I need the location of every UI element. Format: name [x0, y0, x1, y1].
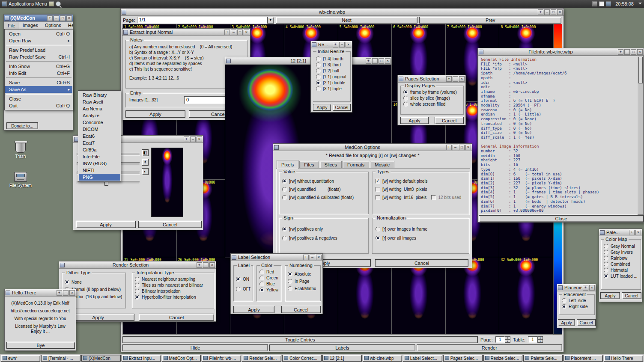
spinner-down-icon[interactable]: ▼ — [505, 340, 510, 343]
maximize-button[interactable] — [631, 49, 636, 55]
tab-slices[interactable]: Slices — [320, 161, 342, 169]
taskbar-item-fileinfo-wb[interactable]: FileInfo: wb-... — [202, 355, 241, 362]
colormap-option-hotmetal[interactable]: Hotmetal — [604, 268, 638, 273]
taskbar-item-x-medcon[interactable]: (X)MedCon — [81, 355, 121, 362]
dither-option-none[interactable]: None — [65, 280, 123, 285]
taskbar-item-medcon-opt[interactable]: MedCon Opt... — [162, 355, 201, 362]
interpolation-option-bilinear-interpolation[interactable]: Bilinear interpolation — [135, 289, 211, 294]
chevron-down-icon[interactable]: ▼ — [267, 17, 274, 24]
menu-item-save[interactable]: SaveCtrl+S — [5, 79, 72, 86]
titlebar[interactable]: Extract Input Normal — [122, 29, 250, 36]
apply-button[interactable]: Apply — [400, 117, 429, 124]
donate-button[interactable]: Donate to... — [6, 122, 38, 129]
value-option-rw-quantified-calibrated-floats[interactable]: [rw] quantified & calibrated (floats) — [282, 195, 365, 200]
apply-button[interactable]: Apply — [600, 292, 620, 299]
taskbar-item-ewn[interactable]: ewn* — [1, 355, 40, 362]
spinner-up-icon[interactable]: ▲ — [505, 336, 510, 340]
numbering-option-in-page[interactable]: In Page — [288, 279, 318, 284]
cancel-button[interactable]: Cancel — [622, 292, 641, 299]
render-button[interactable]: Render — [417, 344, 562, 351]
numbering-option-ecat-matrix[interactable]: Ecat/Matrix — [288, 286, 318, 291]
cancel-button[interactable]: Cancel — [375, 259, 468, 267]
titlebar[interactable]: Placement — [557, 284, 596, 291]
cancel-button[interactable]: Cancel — [577, 319, 596, 326]
apply-button[interactable]: Apply — [558, 319, 575, 326]
maximize-button[interactable] — [459, 145, 465, 150]
resize-option-3-1-triple[interactable]: [3:1] triple — [316, 86, 348, 91]
pager-icon[interactable] — [606, 1, 611, 6]
menu-item-nifti[interactable]: NIFTI — [79, 167, 120, 174]
color-option-red[interactable]: Red — [259, 270, 278, 274]
minimize-button[interactable] — [624, 49, 630, 55]
close-button[interactable] — [635, 230, 641, 235]
color-option-green[interactable]: Green — [259, 276, 278, 280]
taskbar-item-hello-there[interactable]: Hello There — [604, 355, 643, 362]
desktop-icon-file-system[interactable]: File System — [3, 172, 38, 188]
stick-button[interactable] — [583, 285, 588, 291]
labels-button[interactable]: Labels — [269, 344, 415, 351]
menu-item-ecat7[interactable]: Ecat7 — [79, 139, 120, 146]
menu-item-raw-binary[interactable]: Raw Binary — [79, 92, 120, 98]
minimize-button[interactable] — [453, 76, 458, 82]
titlebar[interactable]: Pages Selection — [398, 75, 465, 83]
pages-option-slice-by-slice-image[interactable]: slice by slice (image) — [403, 96, 461, 101]
titlebar[interactable]: FileInfo: wb-cine.wbp — [478, 48, 644, 56]
cancel-button[interactable]: Cancel — [139, 314, 214, 321]
close-button[interactable]: Close — [479, 215, 644, 222]
stick-button[interactable] — [618, 49, 623, 55]
menu-item-gif89a[interactable]: Gif89a — [79, 146, 120, 153]
colormap-option-rainbow[interactable]: Rainbow — [604, 256, 638, 261]
next-button[interactable]: Next — [276, 17, 418, 24]
taskbar-item-12-2-1[interactable]: 12 [2:1] — [322, 355, 362, 362]
taskbar-item-color-correc[interactable]: Color Correc... — [282, 355, 322, 362]
pages-option-frame-by-frame-volume[interactable]: frame by frame (volume) — [403, 90, 461, 95]
interpolation-option-tiles-as-mix-nearest-and-bilinear[interactable]: Tiles as mix nearest and bilinear — [135, 283, 211, 288]
menu-item-raw-ascii[interactable]: Raw Ascii — [79, 98, 120, 105]
close-button[interactable] — [459, 76, 465, 82]
interpolation-option-nearest-neighbour-sampling[interactable]: Nearest neighbour sampling — [135, 277, 211, 282]
minimize-button[interactable] — [453, 145, 458, 150]
table-spinner[interactable]: 1 ▲▼ — [528, 336, 543, 343]
close-button[interactable] — [557, 9, 563, 15]
taskbar-item-pages-selec[interactable]: Pages Selec... — [443, 355, 483, 362]
color-option-blue[interactable]: Blue — [259, 282, 278, 286]
menu-item-acrnema[interactable]: AcrNema — [79, 105, 120, 112]
invert-icon[interactable] — [142, 149, 149, 156]
minimize-button[interactable] — [544, 9, 550, 15]
maximize-button[interactable] — [551, 9, 556, 15]
menu-item-ecat6[interactable]: Ecat6 — [79, 133, 120, 139]
types-option-w-writing-uint8-pixels[interactable]: [w] writing Uint8 pixels — [376, 187, 466, 192]
sign-option-rw-positives-negatives[interactable]: [rw] positives & negatives — [282, 236, 365, 240]
label-option-off[interactable]: OFF — [236, 287, 250, 291]
close-button[interactable] — [385, 58, 391, 64]
taskbar-item-extract-inpu[interactable]: Extract Inpu... — [122, 355, 161, 362]
brightness-icon[interactable] — [142, 159, 149, 166]
stick-button[interactable] — [197, 262, 202, 268]
menu-item-raw-predef-load[interactable]: Raw Predef Load — [5, 47, 72, 53]
scrollbar-thumb[interactable] — [638, 57, 643, 83]
menu-item-inw-rug[interactable]: INW (RUG) — [79, 160, 120, 167]
maximize-button[interactable] — [379, 58, 384, 64]
maximize-button[interactable] — [60, 15, 66, 21]
close-button[interactable] — [465, 145, 471, 150]
menubar-options[interactable]: Options — [42, 22, 65, 29]
titlebar[interactable]: Render Selection — [59, 261, 216, 269]
close-button[interactable] — [66, 15, 72, 21]
placement-option-right-side[interactable]: Right side — [562, 304, 592, 309]
types-option-w-writing-int16-pixels[interactable]: [w] writing Int16 pixels12 bits used — [376, 195, 466, 200]
titlebar[interactable]: Pale... — [599, 229, 642, 236]
close-button[interactable] — [346, 42, 351, 47]
spinner-up-icon[interactable]: ▲ — [537, 336, 543, 340]
page-spinner[interactable]: 1 ▲▼ — [495, 336, 510, 343]
menu-item-quit[interactable]: QuitCtrl+Q — [5, 102, 72, 109]
hide-button[interactable]: Hide — [122, 344, 268, 351]
taskbar-item-terminal[interactable]: [Terminal - ... — [41, 355, 80, 362]
media-tray-icon[interactable] — [592, 1, 597, 6]
apply-button[interactable]: Apply — [313, 104, 331, 111]
resize-option-1-3-third[interactable]: [1:3] third — [316, 62, 348, 67]
prev-button[interactable]: Prev — [419, 17, 561, 24]
cancel-button[interactable]: Cancel — [138, 221, 202, 228]
menu-item-open-raw[interactable]: Open Raw▸ — [5, 37, 72, 44]
colormap-option-lut-loaded[interactable]: LUT loaded ... — [604, 274, 638, 279]
close-button[interactable] — [197, 136, 202, 142]
